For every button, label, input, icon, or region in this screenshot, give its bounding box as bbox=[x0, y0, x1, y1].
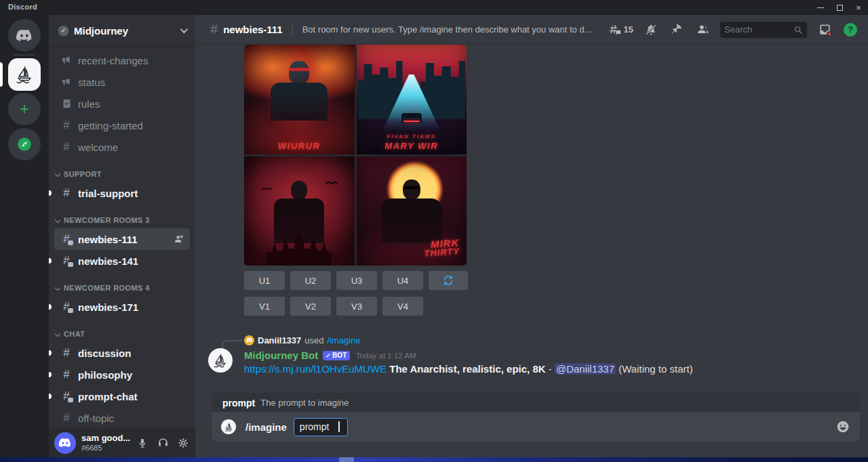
create-invite-icon[interactable] bbox=[174, 234, 184, 245]
discord-home-button[interactable] bbox=[8, 19, 41, 51]
headphones-icon[interactable] bbox=[156, 436, 170, 450]
reply-action: used bbox=[304, 335, 323, 345]
microphone-icon[interactable] bbox=[136, 436, 149, 450]
channel-discussion[interactable]: discussion bbox=[54, 342, 190, 364]
message-header: Midjourney Bot BOT Today at 1:12 AM bbox=[244, 350, 416, 361]
slash-command: /imagine bbox=[245, 421, 287, 433]
bot-username[interactable]: Midjourney Bot bbox=[244, 350, 318, 361]
hashtag-chat-icon bbox=[60, 300, 73, 314]
variation-3-button[interactable]: V3 bbox=[336, 297, 377, 316]
midjourney-server-button[interactable] bbox=[8, 58, 41, 91]
category-newcomer-rooms-4[interactable]: NEWCOMER ROOMS 4 bbox=[54, 272, 190, 296]
reply-user-avatar[interactable] bbox=[244, 335, 254, 345]
user-mention[interactable]: @Daniil1337 bbox=[555, 363, 616, 375]
channel-label: newbies-111 bbox=[78, 234, 138, 245]
reply-command-link[interactable]: /imagine bbox=[328, 335, 361, 345]
user-avatar[interactable] bbox=[54, 432, 76, 454]
discord-app: Midjourney recent-changes status rules g… bbox=[0, 15, 868, 457]
channel-prompt-chat[interactable]: prompt-chat bbox=[54, 385, 190, 407]
minimize-button[interactable] bbox=[811, 0, 830, 15]
upscale-3-button[interactable]: U3 bbox=[336, 271, 377, 290]
maximize-button[interactable] bbox=[830, 0, 849, 15]
prompt-option-field[interactable]: prompt bbox=[294, 418, 348, 436]
upscale-button-row: U1 U2 U3 U4 bbox=[244, 271, 468, 290]
pinned-messages-icon[interactable] bbox=[669, 22, 685, 38]
main-content: newbies-111 Bot room for new users. Type… bbox=[195, 15, 868, 457]
unread-dot bbox=[49, 350, 52, 356]
reply-username[interactable]: Daniil1337 bbox=[258, 335, 301, 345]
channel-trial-support[interactable]: trial-support bbox=[54, 182, 190, 204]
channel-philosophy[interactable]: philosophy bbox=[54, 364, 190, 385]
hashtag-icon bbox=[60, 186, 73, 200]
prompt-image-link[interactable]: https://s.mj.run/l1OHvEuMUWE bbox=[244, 363, 387, 375]
inbox-button[interactable] bbox=[816, 22, 833, 38]
slash-option-hint: prompt The prompt to imagine bbox=[212, 394, 860, 412]
chevron-down-icon bbox=[55, 331, 60, 337]
discord-logo-icon bbox=[16, 28, 33, 42]
variation-2-button[interactable]: V2 bbox=[290, 297, 331, 316]
window-titlebar: Discord × bbox=[0, 0, 868, 15]
bot-avatar[interactable] bbox=[208, 348, 233, 373]
channel-rules[interactable]: rules bbox=[54, 93, 190, 114]
bot-badge: BOT bbox=[323, 351, 349, 360]
search-box[interactable] bbox=[720, 22, 807, 38]
rules-icon bbox=[60, 98, 73, 109]
close-button[interactable]: × bbox=[849, 0, 868, 15]
artwork-caption: WIURUR bbox=[244, 141, 355, 151]
option-name: prompt bbox=[222, 398, 255, 408]
upscale-4-button[interactable]: U4 bbox=[382, 271, 423, 290]
category-chat[interactable]: CHAT bbox=[54, 318, 190, 342]
server-name: Midjourney bbox=[74, 25, 180, 37]
megaphone-icon bbox=[60, 55, 73, 66]
channel-newbies-111[interactable]: newbies-111 bbox=[54, 228, 190, 250]
hashtag-icon bbox=[60, 119, 73, 132]
channel-name: newbies-111 bbox=[223, 24, 283, 35]
variation-4-button[interactable]: V4 bbox=[382, 297, 423, 316]
threads-button[interactable]: 15 bbox=[609, 22, 633, 38]
channel-newbies-171[interactable]: newbies-171 bbox=[54, 296, 190, 318]
channel-newbies-141[interactable]: newbies-141 bbox=[54, 250, 190, 272]
generated-image-grid[interactable]: WIURUR FIVAN TIAMS MARY WIR MIRK THI bbox=[244, 45, 467, 266]
message-composer[interactable]: /imagine prompt bbox=[212, 412, 860, 442]
variation-1-button[interactable]: V1 bbox=[244, 297, 285, 316]
hashtag-chat-icon bbox=[60, 232, 73, 246]
emoji-picker-button[interactable] bbox=[835, 419, 850, 434]
hashtag-icon bbox=[60, 368, 73, 381]
artwork-caption: MARY WIR bbox=[357, 141, 467, 151]
help-button[interactable] bbox=[842, 22, 859, 38]
topbar-divider bbox=[292, 23, 293, 37]
chevron-down-icon bbox=[180, 26, 188, 33]
channel-topic[interactable]: Bot room for new users. Type /imagine th… bbox=[302, 24, 594, 35]
category-label: NEWCOMER ROOMS 3 bbox=[64, 216, 150, 224]
channel-off-topic[interactable]: off-topic bbox=[54, 407, 190, 429]
threads-icon bbox=[609, 24, 621, 36]
channel-getting-started[interactable]: getting-started bbox=[54, 114, 190, 136]
channel-label: off-topic bbox=[78, 413, 114, 424]
text-caret bbox=[338, 421, 340, 432]
compass-icon bbox=[16, 135, 33, 153]
search-icon bbox=[793, 25, 803, 35]
upscale-1-button[interactable]: U1 bbox=[244, 271, 285, 290]
category-support[interactable]: SUPPORT bbox=[54, 158, 190, 182]
channel-list: recent-changes status rules getting-star… bbox=[49, 46, 195, 457]
server-rail bbox=[0, 15, 49, 457]
settings-gear-icon[interactable] bbox=[176, 436, 190, 450]
reroll-button[interactable] bbox=[429, 271, 468, 290]
upscale-2-button[interactable]: U2 bbox=[290, 271, 331, 290]
channel-status[interactable]: status bbox=[54, 71, 190, 93]
megaphone-icon bbox=[60, 77, 73, 87]
user-info[interactable]: sam good... #6685 bbox=[81, 434, 136, 453]
add-server-button[interactable] bbox=[8, 93, 41, 125]
member-list-icon[interactable] bbox=[694, 22, 711, 38]
option-description: The prompt to imagine bbox=[260, 398, 349, 408]
notifications-muted-icon[interactable] bbox=[643, 22, 659, 38]
user-discriminator: #6685 bbox=[81, 444, 136, 453]
search-input[interactable] bbox=[724, 24, 793, 35]
server-header[interactable]: Midjourney bbox=[49, 15, 195, 46]
explore-servers-button[interactable] bbox=[8, 128, 41, 161]
taskbar-app-icon bbox=[339, 457, 354, 462]
reply-context: Daniil1337 used /imagine bbox=[244, 335, 361, 345]
channel-recent-changes[interactable]: recent-changes bbox=[54, 49, 190, 71]
channel-welcome[interactable]: welcome bbox=[54, 136, 190, 158]
category-newcomer-rooms-3[interactable]: NEWCOMER ROOMS 3 bbox=[54, 204, 190, 228]
